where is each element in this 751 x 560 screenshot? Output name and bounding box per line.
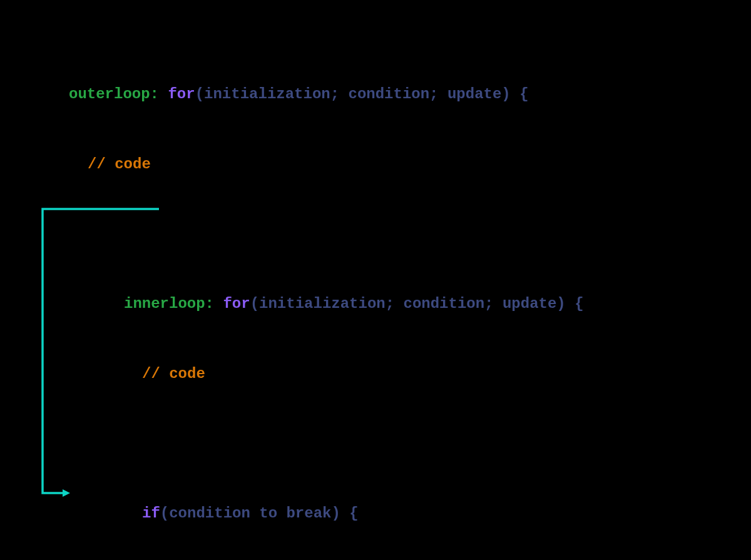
code-text: (initialization; condition; update) { (195, 86, 529, 103)
code-line-3: innerloop: for(initialization; condition… (69, 292, 584, 315)
code-text: (condition to break) { (160, 505, 359, 522)
code-line-1: outerloop: for(initialization; condition… (69, 83, 584, 106)
keyword-if: if (142, 505, 160, 522)
blank-line (69, 223, 584, 246)
code-block: outerloop: for(initialization; condition… (69, 36, 584, 560)
blank-line (69, 432, 584, 455)
comment: // code (142, 365, 205, 382)
keyword-for: for (168, 86, 195, 103)
comment: // code (88, 156, 151, 173)
code-line-4: // code (69, 362, 584, 385)
code-line-5: if(condition to break) { (69, 502, 584, 525)
code-text: (initialization; condition; update) { (250, 295, 584, 312)
label-outerloop: outerloop: (69, 86, 159, 103)
code-line-2: // code (69, 153, 584, 176)
label-innerloop: innerloop: (124, 295, 214, 312)
keyword-for: for (223, 295, 250, 312)
